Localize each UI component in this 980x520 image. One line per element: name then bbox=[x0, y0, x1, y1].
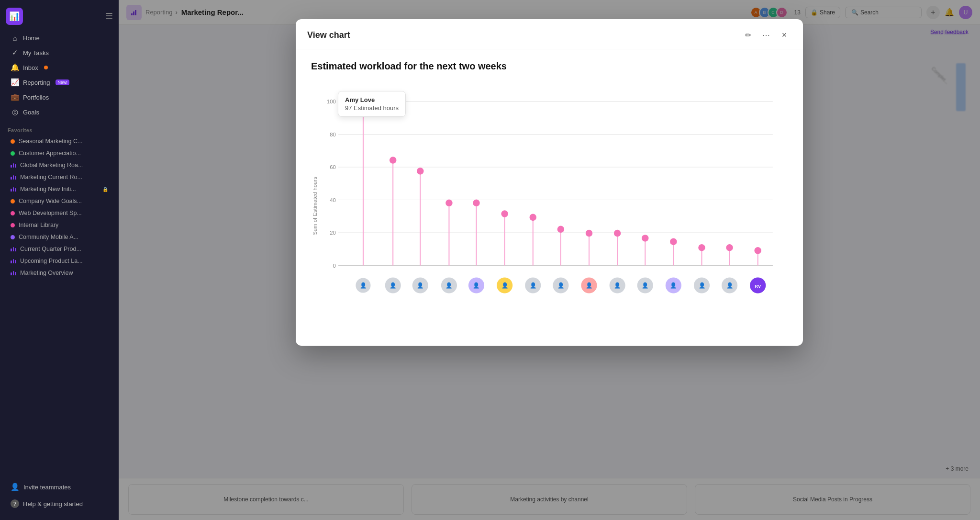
person-plus-icon: 👤 bbox=[11, 483, 20, 491]
sidebar-item-goals[interactable]: ◎ Goals bbox=[3, 105, 116, 119]
svg-text:👤: 👤 bbox=[473, 282, 480, 289]
sidebar-item-web-development[interactable]: Web Development Sp... bbox=[3, 207, 116, 219]
edit-button[interactable]: ✏ bbox=[741, 28, 755, 42]
svg-text:0: 0 bbox=[333, 263, 336, 269]
svg-text:20: 20 bbox=[330, 230, 336, 236]
sidebar: 📊 ☰ ⌂ Home ✓ My Tasks 🔔 Inbox 📈 Reportin… bbox=[0, 0, 119, 520]
favorites-list: Seasonal Marketing C... Customer Appreci… bbox=[0, 135, 119, 279]
sidebar-item-marketing-current[interactable]: Marketing Current Ro... bbox=[3, 171, 116, 183]
dot-icon bbox=[11, 235, 15, 239]
svg-point-26 bbox=[473, 200, 480, 207]
favorites-item-label: Company Wide Goals... bbox=[19, 198, 82, 204]
bar-chart-icon bbox=[11, 187, 16, 192]
svg-point-44 bbox=[726, 244, 733, 251]
svg-text:Sum of Estimated hours: Sum of Estimated hours bbox=[312, 177, 318, 235]
favorites-item-label: Marketing Overview bbox=[20, 270, 73, 276]
sidebar-item-upcoming-product[interactable]: Upcoming Product La... bbox=[3, 255, 116, 267]
invite-teammates-button[interactable]: 👤 Invite teammates bbox=[3, 479, 116, 495]
home-icon: ⌂ bbox=[11, 34, 19, 42]
sidebar-item-community-mobile[interactable]: Community Mobile A... bbox=[3, 231, 116, 243]
svg-text:40: 40 bbox=[330, 197, 336, 203]
reporting-icon: 📈 bbox=[11, 78, 19, 87]
svg-text:👤: 👤 bbox=[614, 282, 621, 289]
sidebar-item-portfolios[interactable]: 💼 Portfolios bbox=[3, 90, 116, 104]
favorites-section-title: Favorites bbox=[0, 122, 119, 135]
dot-icon bbox=[11, 151, 15, 156]
svg-point-46 bbox=[754, 247, 761, 254]
modal-title: View chart bbox=[307, 30, 350, 40]
sidebar-item-marketing-new-init[interactable]: Marketing New Initi... 🔒 bbox=[3, 183, 116, 195]
app-logo: 📊 bbox=[6, 8, 23, 25]
svg-text:80: 80 bbox=[330, 132, 336, 137]
sidebar-item-home[interactable]: ⌂ Home bbox=[3, 31, 116, 45]
bar-chart-icon bbox=[11, 247, 16, 251]
sidebar-item-marketing-overview[interactable]: Marketing Overview bbox=[3, 267, 116, 279]
svg-point-28 bbox=[501, 210, 508, 217]
favorites-item-label: Seasonal Marketing C... bbox=[19, 138, 82, 145]
inbox-badge bbox=[44, 66, 48, 69]
sidebar-item-inbox[interactable]: 🔔 Inbox bbox=[3, 60, 116, 75]
dot-icon bbox=[11, 223, 15, 227]
modal-body: Estimated workload for the next two week… bbox=[296, 49, 803, 346]
sidebar-item-label: Portfolios bbox=[23, 94, 49, 101]
sidebar-nav: ⌂ Home ✓ My Tasks 🔔 Inbox 📈 Reporting Ne… bbox=[0, 29, 119, 122]
sidebar-item-customer-appreciation[interactable]: Customer Appreciatio... bbox=[3, 147, 116, 159]
svg-text:👤: 👤 bbox=[557, 282, 565, 289]
dot-icon bbox=[11, 139, 15, 144]
sidebar-item-current-quarter[interactable]: Current Quarter Prod... bbox=[3, 243, 116, 255]
lock-icon: 🔒 bbox=[102, 187, 108, 192]
favorites-item-label: Community Mobile A... bbox=[19, 234, 78, 240]
help-label: Help & getting started bbox=[23, 500, 83, 508]
sidebar-item-label: Reporting bbox=[23, 79, 50, 86]
svg-text:👤: 👤 bbox=[417, 282, 424, 289]
modal-overlay[interactable]: View chart ✏ ⋯ × Estimated workload for … bbox=[119, 0, 980, 520]
sidebar-item-seasonal-marketing[interactable]: Seasonal Marketing C... bbox=[3, 136, 116, 147]
invite-label: Invite teammates bbox=[23, 484, 71, 491]
bar-chart-icon bbox=[11, 163, 16, 168]
sidebar-item-my-tasks[interactable]: ✓ My Tasks bbox=[3, 45, 116, 60]
svg-point-40 bbox=[670, 238, 677, 245]
svg-point-34 bbox=[586, 230, 593, 237]
more-options-button[interactable]: ⋯ bbox=[759, 28, 773, 42]
svg-text:👤: 👤 bbox=[501, 282, 509, 289]
sidebar-item-reporting[interactable]: 📈 Reporting New! bbox=[3, 75, 116, 90]
main-area: Reporting › Marketing Repor... A B C D 1… bbox=[119, 0, 980, 520]
sidebar-item-internal-library[interactable]: Internal Library bbox=[3, 219, 116, 231]
svg-text:👤: 👤 bbox=[390, 282, 397, 289]
modal-header: View chart ✏ ⋯ × bbox=[296, 19, 803, 49]
bar-chart-icon bbox=[11, 175, 16, 180]
svg-point-24 bbox=[445, 200, 453, 207]
close-button[interactable]: × bbox=[777, 28, 791, 42]
svg-text:👤: 👤 bbox=[586, 282, 593, 289]
chart-container: Sum of Estimated hours 100 80 60 40 bbox=[311, 81, 788, 330]
new-badge: New! bbox=[56, 79, 69, 85]
svg-text:RV: RV bbox=[755, 284, 761, 289]
sidebar-item-label: Inbox bbox=[23, 64, 38, 71]
chart-tooltip: Amy Love 97 Estimated hours bbox=[338, 91, 406, 117]
favorites-item-label: Current Quarter Prod... bbox=[20, 246, 81, 252]
sidebar-header: 📊 ☰ bbox=[0, 4, 119, 29]
chart-svg: Sum of Estimated hours 100 80 60 40 bbox=[311, 81, 788, 330]
modal-actions: ✏ ⋯ × bbox=[741, 28, 791, 42]
favorites-item-label: Web Development Sp... bbox=[19, 210, 82, 216]
help-icon: ? bbox=[11, 499, 19, 508]
sidebar-item-company-wide-goals[interactable]: Company Wide Goals... bbox=[3, 195, 116, 207]
svg-point-22 bbox=[417, 168, 424, 175]
svg-text:👤: 👤 bbox=[360, 282, 367, 289]
sidebar-item-label: Home bbox=[23, 34, 40, 42]
help-button[interactable]: ? Help & getting started bbox=[3, 496, 116, 512]
dot-icon bbox=[11, 211, 15, 215]
check-icon: ✓ bbox=[11, 48, 19, 57]
portfolios-icon: 💼 bbox=[11, 93, 19, 102]
svg-text:100: 100 bbox=[327, 99, 336, 104]
svg-point-42 bbox=[698, 244, 705, 251]
goals-icon: ◎ bbox=[11, 108, 19, 116]
favorites-item-label: Internal Library bbox=[19, 222, 58, 228]
svg-point-20 bbox=[390, 157, 397, 164]
dot-icon bbox=[11, 199, 15, 203]
sidebar-item-global-marketing[interactable]: Global Marketing Roa... bbox=[3, 159, 116, 171]
svg-text:👤: 👤 bbox=[670, 282, 677, 289]
sidebar-toggle-button[interactable]: ☰ bbox=[105, 11, 113, 22]
svg-text:60: 60 bbox=[330, 164, 336, 170]
bell-icon: 🔔 bbox=[11, 63, 19, 72]
